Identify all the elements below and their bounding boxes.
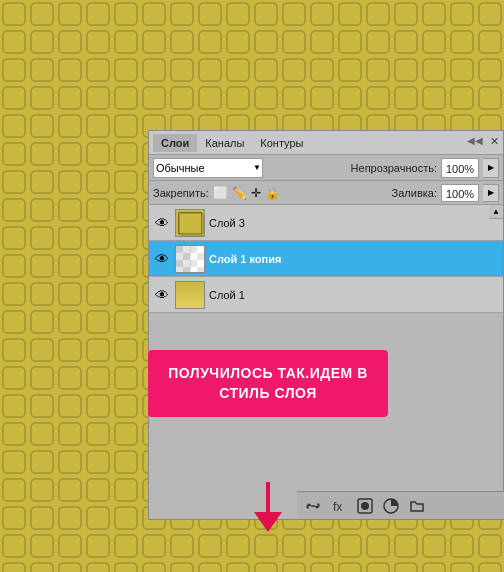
arrow-down-icon (250, 482, 286, 536)
svg-rect-17 (183, 260, 190, 267)
svg-rect-11 (197, 246, 204, 253)
layer-mask-icon[interactable] (355, 496, 375, 516)
layer-name: Слой 1 (209, 289, 245, 301)
layers-bottom-toolbar: fx (297, 491, 504, 519)
svg-rect-19 (197, 260, 204, 267)
layer-item[interactable]: 👁 (149, 241, 503, 277)
lock-transparent-icon[interactable]: ⬜ (213, 186, 228, 200)
layer-name: Слой 1 копия (209, 253, 281, 265)
svg-rect-18 (190, 260, 197, 267)
panel-close-icon[interactable]: ✕ (490, 135, 499, 148)
svg-rect-8 (176, 246, 183, 253)
link-layers-icon[interactable] (303, 496, 323, 516)
eye-icon[interactable]: 👁 (153, 214, 171, 232)
layer-thumbnail (175, 245, 205, 273)
svg-rect-10 (190, 246, 197, 253)
layer-thumbnail (175, 281, 205, 309)
svg-rect-13 (183, 253, 190, 260)
lock-row: Закрепить: ⬜ ✏️ ✛ 🔒 Заливка: 100% ▶ (149, 181, 503, 205)
adjustment-layer-icon[interactable] (381, 496, 401, 516)
layer1-thumb-svg (176, 282, 205, 309)
layer1copy-thumb-svg (176, 246, 205, 273)
opacity-value[interactable]: 100% (441, 158, 479, 178)
eye-icon[interactable]: 👁 (153, 250, 171, 268)
svg-rect-20 (176, 267, 183, 273)
svg-rect-3 (176, 210, 205, 237)
layer-item[interactable]: 👁 Слой 3 (149, 205, 503, 241)
layers-panel: Слои Каналы Контуры ◀◀ ✕ Обычные ▼ Непро… (148, 130, 504, 520)
eye-icon[interactable]: 👁 (153, 286, 171, 304)
lock-position-icon[interactable]: ✛ (251, 186, 261, 200)
tab-paths[interactable]: Контуры (252, 134, 311, 152)
tab-channels[interactable]: Каналы (197, 134, 252, 152)
annotation-text: ПОЛУЧИЛОСЬ ТАК.ИДЕМ В СТИЛЬ СЛОЯ (168, 365, 368, 401)
svg-rect-9 (183, 246, 190, 253)
svg-rect-14 (190, 253, 197, 260)
svg-rect-16 (176, 260, 183, 267)
svg-rect-23 (197, 267, 204, 273)
layer-item[interactable]: 👁 Слой 1 (149, 277, 503, 313)
svg-point-28 (361, 502, 369, 510)
fill-value[interactable]: 100% (441, 184, 479, 202)
opacity-arrow-icon[interactable]: ▶ (483, 158, 499, 178)
blend-mode-select[interactable]: Обычные (153, 158, 263, 178)
svg-rect-21 (183, 267, 190, 273)
svg-marker-36 (254, 512, 282, 532)
layer3-thumb-svg (176, 210, 205, 237)
layer-thumbnail (175, 209, 205, 237)
lock-image-icon[interactable]: ✏️ (232, 186, 247, 200)
svg-rect-15 (197, 253, 204, 260)
fill-label: Заливка: (392, 187, 437, 199)
svg-rect-12 (176, 253, 183, 260)
panel-tabs: Слои Каналы Контуры ◀◀ ✕ (149, 131, 503, 155)
svg-rect-22 (190, 267, 197, 273)
svg-rect-24 (176, 282, 205, 309)
folder-group-icon[interactable] (407, 496, 427, 516)
lock-all-icon[interactable]: 🔒 (265, 186, 280, 200)
lock-label: Закрепить: (153, 187, 209, 199)
svg-rect-4 (179, 213, 203, 235)
opacity-label: Непрозрачность: (351, 162, 437, 174)
layer-effects-icon[interactable]: fx (329, 496, 349, 516)
panel-dots: ◀◀ (467, 135, 483, 146)
blend-row: Обычные ▼ Непрозрачность: 100% ▶ (149, 155, 503, 181)
layer-name: Слой 3 (209, 217, 245, 229)
tab-layers[interactable]: Слои (153, 134, 197, 152)
fill-arrow-icon[interactable]: ▶ (483, 184, 499, 202)
svg-text:fx: fx (333, 500, 342, 514)
blend-mode-wrapper: Обычные ▼ (153, 158, 263, 178)
scroll-up-icon[interactable]: ▲ (489, 205, 503, 219)
annotation-box: ПОЛУЧИЛОСЬ ТАК.ИДЕМ В СТИЛЬ СЛОЯ (148, 350, 388, 417)
